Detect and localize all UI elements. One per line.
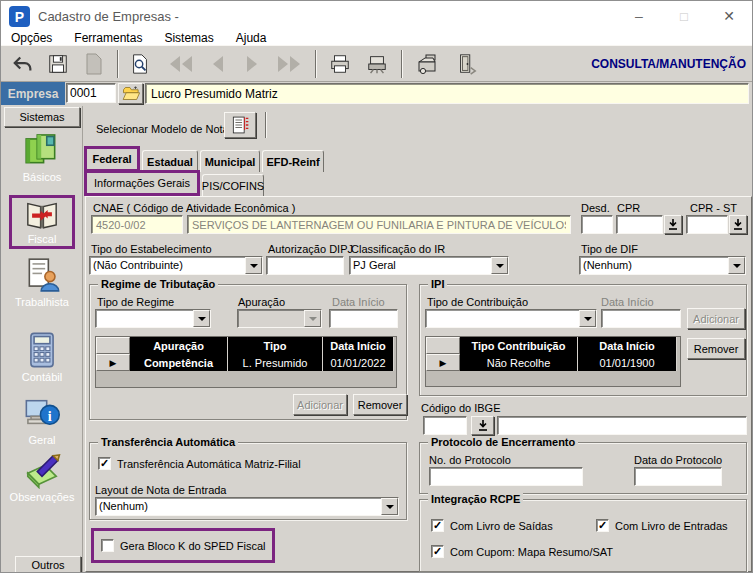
livro-entradas-checkbox[interactable]: ✓ Com Livro de Entradas bbox=[596, 519, 728, 532]
ipi-data-inicio-input[interactable] bbox=[601, 309, 681, 328]
ipi-grid-row[interactable]: ▶ Não Recolhe 01/01/1900 bbox=[426, 354, 680, 371]
sidebar-item-observacoes[interactable]: Observações bbox=[1, 451, 83, 503]
company-code-input[interactable] bbox=[66, 83, 116, 103]
exit-button[interactable] bbox=[451, 51, 483, 77]
note-model-icon bbox=[230, 115, 250, 135]
livro-saidas-label: Com Livro de Saídas bbox=[450, 520, 553, 532]
tab-efd-reinf[interactable]: EFD-Reinf bbox=[262, 150, 324, 172]
menu-bar: Opções Ferramentas Sistemas Ajuda bbox=[1, 31, 753, 45]
grid-corner bbox=[426, 337, 460, 354]
chevron-down-icon[interactable] bbox=[579, 310, 596, 327]
undo-button[interactable] bbox=[9, 51, 37, 77]
ipi-cell-tipo-contribuicao: Não Recolhe bbox=[460, 354, 578, 371]
maximize-icon: □ bbox=[680, 9, 688, 24]
company-name-field[interactable]: Lucro Presumido Matriz bbox=[145, 83, 749, 104]
cupom-checkbox[interactable]: ✓ Com Cupom: Mapa Resumo/SAT bbox=[431, 545, 613, 558]
note-pencil-icon bbox=[23, 451, 61, 489]
print-forms-button[interactable] bbox=[361, 51, 393, 77]
cpr-lookup-button[interactable] bbox=[664, 215, 682, 234]
matriz-filial-checkbox[interactable]: ✓ Transferência Automática Matriz-Filial bbox=[98, 457, 301, 470]
sidebar-header-sistemas[interactable]: Sistemas bbox=[4, 107, 80, 127]
select-note-label: Selecionar Modelo de Nota bbox=[96, 123, 229, 135]
chevron-down-icon[interactable] bbox=[491, 257, 508, 274]
regime-data-inicio-input[interactable] bbox=[329, 309, 398, 328]
chevron-down-icon[interactable] bbox=[728, 257, 745, 274]
sidebar-footer-outros[interactable]: Outros bbox=[15, 556, 81, 573]
cpr-st-lookup-button[interactable] bbox=[729, 215, 747, 234]
tab-municipal[interactable]: Municipal bbox=[200, 150, 260, 172]
ibge-name-input[interactable] bbox=[497, 416, 747, 435]
maximize-button[interactable]: □ bbox=[664, 1, 704, 31]
protocolo-data-input[interactable] bbox=[634, 467, 722, 486]
sidebar-item-geral[interactable]: i Geral bbox=[1, 396, 83, 446]
sidebar-item-fiscal[interactable]: Fiscal bbox=[9, 195, 75, 249]
ibge-code-input[interactable] bbox=[423, 416, 467, 435]
nav-first-button[interactable] bbox=[163, 51, 199, 77]
livro-saidas-checkbox[interactable]: ✓ Com Livro de Saídas bbox=[431, 519, 553, 532]
minimize-button[interactable]: – bbox=[619, 1, 659, 31]
print-button[interactable] bbox=[325, 51, 355, 77]
cupom-label: Com Cupom: Mapa Resumo/SAT bbox=[450, 546, 613, 558]
save-button[interactable] bbox=[43, 51, 73, 77]
menu-ferramentas[interactable]: Ferramentas bbox=[74, 31, 142, 45]
chevron-down-icon[interactable] bbox=[245, 257, 262, 274]
matriz-filial-label: Transferência Automática Matriz-Filial bbox=[117, 458, 301, 470]
dif-combo[interactable]: (Nenhum) bbox=[579, 256, 746, 275]
open-folder-icon bbox=[122, 86, 140, 101]
cpr-input[interactable] bbox=[616, 215, 663, 234]
document-button[interactable] bbox=[77, 51, 111, 77]
chevron-down-icon[interactable] bbox=[193, 310, 210, 327]
nav-next-button[interactable] bbox=[237, 51, 267, 77]
cpr-st-input[interactable] bbox=[686, 215, 728, 234]
ipi-grid: Tipo Contribuição Data Início ▶ Não Reco… bbox=[425, 336, 681, 387]
regime-grid: Apuração Tipo Data Início ▶ Competência … bbox=[95, 336, 397, 388]
ipi-tipo-contribuicao-combo[interactable] bbox=[425, 309, 597, 328]
subtab-informacoes-gerais[interactable]: Informações Gerais bbox=[84, 170, 200, 196]
sidebar-item-basicos[interactable]: Básicos bbox=[1, 131, 83, 183]
regime-grid-row[interactable]: ▶ Competência L. Presumido 01/01/2022 bbox=[96, 354, 396, 371]
separator bbox=[265, 112, 267, 138]
company-label-badge: Empresa bbox=[1, 82, 65, 105]
sidebar-item-trabalhista[interactable]: Trabalhista bbox=[1, 256, 83, 308]
chevron-down-icon[interactable] bbox=[381, 498, 398, 515]
worker-document-icon bbox=[23, 256, 61, 294]
nav-last-button[interactable] bbox=[271, 51, 307, 77]
menu-opcoes[interactable]: Opções bbox=[11, 31, 52, 45]
cnae-description-field[interactable]: SERVIÇOS DE LANTERNAGEM OU FUNILARIA E P… bbox=[187, 215, 571, 234]
select-note-button[interactable] bbox=[224, 112, 256, 138]
protocolo-numero-input[interactable] bbox=[429, 467, 583, 486]
ir-combo[interactable]: PJ Geral bbox=[349, 256, 509, 275]
sidebar-item-contabil[interactable]: Contábil bbox=[1, 331, 83, 383]
dipj-input[interactable] bbox=[266, 256, 344, 275]
subtab-pis-cofins[interactable]: PIS/COFINS bbox=[202, 174, 264, 196]
regime-grid-header: Apuração Tipo Data Início bbox=[96, 337, 396, 354]
dif-label: Tipo de DIF bbox=[581, 243, 638, 255]
regime-col-apuracao: Apuração bbox=[130, 337, 228, 354]
nav-prev-button[interactable] bbox=[203, 51, 233, 77]
ibge-lookup-button[interactable] bbox=[471, 416, 494, 435]
cash-register-button[interactable] bbox=[411, 51, 443, 77]
preview-button[interactable] bbox=[125, 51, 155, 77]
tipo-regime-combo[interactable] bbox=[95, 309, 211, 328]
tab-federal[interactable]: Federal bbox=[84, 146, 140, 172]
layout-nota-combo[interactable]: (Nenhum) bbox=[95, 497, 399, 516]
menu-sistemas[interactable]: Sistemas bbox=[164, 31, 213, 45]
open-company-button[interactable] bbox=[118, 83, 143, 104]
ipi-remover-button[interactable]: Remover bbox=[687, 338, 745, 359]
menu-ajuda[interactable]: Ajuda bbox=[236, 31, 267, 45]
row-indicator-icon: ▶ bbox=[96, 354, 130, 371]
regime-data-inicio-label: Data Início bbox=[332, 296, 385, 308]
regime-remover-button[interactable]: Remover bbox=[353, 394, 407, 415]
tab-municipal-label: Municipal bbox=[205, 156, 256, 168]
ir-label: Classificação do IR bbox=[351, 243, 445, 255]
ipi-data-inicio-label: Data Início bbox=[601, 296, 654, 308]
establishment-label: Tipo do Estabelecimento bbox=[91, 243, 212, 255]
bloco-k-checkbox[interactable]: Gera Bloco K do SPED Fiscal bbox=[101, 539, 266, 552]
establishment-combo[interactable]: (Não Contribuinte) bbox=[89, 256, 263, 275]
rcpe-group-title: Integração RCPE bbox=[428, 493, 523, 505]
ipi-grid-header: Tipo Contribuição Data Início bbox=[426, 337, 680, 354]
tab-estadual[interactable]: Estadual bbox=[142, 150, 198, 172]
cnae-code-field[interactable]: 4520-0/02 bbox=[91, 215, 183, 234]
desd-input[interactable] bbox=[581, 215, 613, 234]
close-button[interactable]: ✕ bbox=[709, 1, 749, 31]
